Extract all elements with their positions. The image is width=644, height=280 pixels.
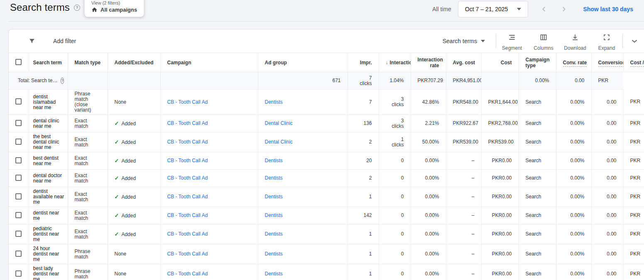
conv-rate-cell: 0.00% [556,187,591,207]
next-date-range-button[interactable] [560,5,568,13]
search-term-cell: best lady dentist near me [29,264,68,280]
segment-button[interactable]: Segment [496,32,528,51]
row-checkbox[interactable] [15,212,22,218]
header-added-excluded[interactable]: Added/Excluded [108,53,160,72]
help-icon[interactable]: ? [61,78,64,84]
cost-per-conv-cell: PKR [623,264,644,280]
sort-descending-icon: ↓ [386,60,388,66]
ad-group-link[interactable]: Dental Clinic [265,120,293,126]
table-row: dentist available near me Exact match ✓A… [9,187,644,207]
download-icon [571,33,579,43]
ad-group-link[interactable]: Dentists [265,251,283,257]
row-checkbox[interactable] [15,231,22,237]
campaign-link[interactable]: CB - Tooth Call Ad [167,251,208,257]
conversions-cell: 0.00 [591,115,623,132]
select-all-checkbox[interactable] [15,59,22,65]
ad-group-link[interactable]: Dental Clinic [265,139,293,145]
total-conversions: 0.00 [556,72,591,90]
search-term-cell: dentist islamabad near me [29,90,68,115]
campaign-link[interactable]: CB - Tooth Call Ad [167,158,208,163]
conv-rate-cell: 0.00% [556,90,591,115]
campaign-link[interactable]: CB - Tooth Call Ad [167,120,208,126]
match-type-cell: Phrase match [68,244,108,264]
ad-group-link[interactable]: Dentists [265,212,283,218]
ad-group-link[interactable]: Dentists [265,194,283,200]
cost-per-conv-cell: PKR [623,115,644,132]
ad-group-link[interactable]: Dentists [265,158,283,163]
segment-icon [508,33,516,43]
impr-cell: 2 [348,170,379,187]
header-impr[interactable]: Impr. [348,53,379,72]
header-conv-rate[interactable]: Conv. rate [556,53,591,72]
cost-cell: PKR0.00 [481,170,519,187]
home-icon [91,7,98,13]
impr-cell: 142 [348,207,379,224]
date-range-picker[interactable]: Oct 7 – 21, 2025 [458,1,529,17]
show-last-30-days-link[interactable]: Show last 30 days [583,6,633,12]
cost-cell: PKR0.00 [481,187,519,207]
impr-cell: 1 [348,187,379,207]
header-interactions[interactable]: ↓Interactions [379,53,411,72]
row-checkbox[interactable] [15,175,22,181]
header-campaign-type[interactable]: Campaign type [519,53,556,72]
match-type-cell: Exact match [68,207,108,224]
ad-group-link[interactable]: Dentists [265,99,283,105]
avg-cost-cell: – [446,224,481,244]
match-type-cell: Exact match [68,170,108,187]
columns-button[interactable]: Columns [528,32,559,51]
header-cost-per-conv[interactable]: Cost / c [623,53,644,72]
row-checkbox[interactable] [15,98,22,105]
campaign-link[interactable]: CB - Tooth Call Ad [167,231,208,237]
help-icon[interactable]: ? [74,5,80,11]
header-interaction-rate[interactable]: Interaction rate [411,53,446,72]
row-checkbox[interactable] [15,251,22,257]
campaign-link[interactable]: CB - Tooth Call Ad [167,194,208,200]
all-campaigns-label: All campaigns [100,7,137,13]
avg-cost-cell: – [446,152,481,170]
interactions-cell: 0 [379,244,411,264]
search-term-cell: dental doctor near me [29,170,68,187]
campaign-link[interactable]: CB - Tooth Call Ad [167,271,208,277]
ad-group-cell: Dentists [258,244,348,264]
header-conversions[interactable]: Conversions [591,53,623,72]
ad-group-link[interactable]: Dentists [265,175,283,181]
row-checkbox[interactable] [15,193,22,200]
header-match-type[interactable]: Match type [68,53,108,72]
added-excluded-cell: ✓Added [108,152,160,170]
header-avg-cost[interactable]: Avg. cost [446,53,481,72]
ad-group-link[interactable]: Dentists [265,271,283,277]
conv-rate-cell: 0.00% [556,170,591,187]
expand-button[interactable]: Expand [591,32,622,51]
check-icon: ✓ [115,139,119,145]
row-checkbox[interactable] [15,120,22,126]
row-checkbox[interactable] [15,270,22,277]
campaign-link[interactable]: CB - Tooth Call Ad [167,99,208,105]
campaign-type-cell: Search [519,244,556,264]
campaign-type-cell: Search [519,90,556,115]
added-excluded-cell: ✓None [108,244,160,264]
prev-date-range-button[interactable] [540,5,548,13]
filter-icon[interactable] [28,37,36,45]
campaign-cell: CB - Tooth Call Ad [160,187,258,207]
header-campaign[interactable]: Campaign [160,53,258,72]
conv-rate-cell: 0.00% [556,152,591,170]
campaign-link[interactable]: CB - Tooth Call Ad [167,175,208,181]
check-icon: ✓ [115,194,119,200]
conversions-cell: 0.00 [591,244,623,264]
add-filter-button[interactable]: Add filter [53,38,76,44]
download-button[interactable]: Download [559,32,591,51]
header-ad-group[interactable]: Ad group [258,53,348,72]
ad-group-link[interactable]: Dentists [265,231,283,237]
chevron-down-icon[interactable] [623,37,644,46]
campaign-type-cell: Search [519,132,556,152]
row-checkbox[interactable] [15,157,22,163]
row-checkbox[interactable] [15,139,22,145]
header-cost[interactable]: Cost [481,53,519,72]
search-term-cell: the best dental clinic near me [29,132,68,152]
header-search-term[interactable]: Search term [29,53,68,72]
conversions-cell: 0.00 [591,187,623,207]
campaign-link[interactable]: CB - Tooth Call Ad [167,212,208,218]
table-mode-dropdown[interactable]: Search terms [443,38,485,44]
view-scope-card[interactable]: View (2 filters) All campaigns [84,0,144,17]
campaign-link[interactable]: CB - Tooth Call Ad [167,139,208,145]
